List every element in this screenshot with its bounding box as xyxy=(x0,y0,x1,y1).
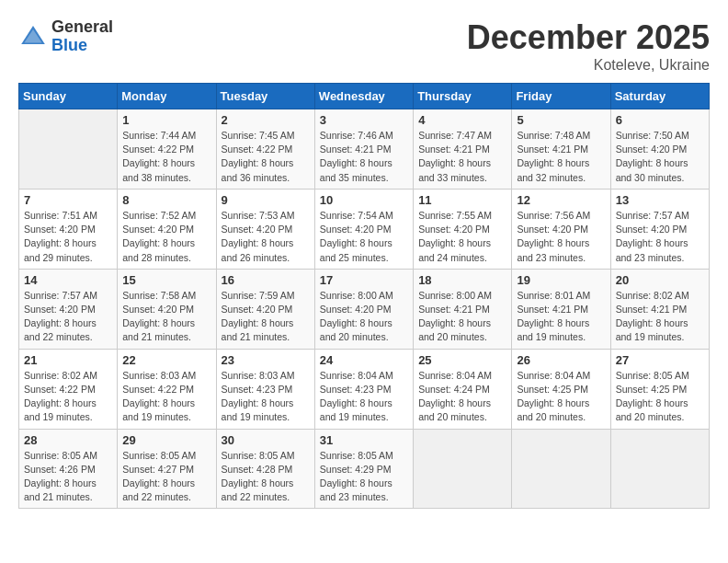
calendar-cell: 1Sunrise: 7:44 AMSunset: 4:22 PMDaylight… xyxy=(118,109,216,190)
logo: General Blue xyxy=(18,18,113,55)
calendar-cell: 5Sunrise: 7:48 AMSunset: 4:21 PMDaylight… xyxy=(512,109,610,190)
calendar-cell: 12Sunrise: 7:56 AMSunset: 4:20 PMDayligh… xyxy=(512,189,610,269)
day-info: Sunrise: 7:51 AMSunset: 4:20 PMDaylight:… xyxy=(24,209,112,265)
day-number: 23 xyxy=(222,353,310,367)
day-info: Sunrise: 8:04 AMSunset: 4:24 PMDaylight:… xyxy=(418,369,506,425)
logo-general-text: General xyxy=(51,18,113,37)
calendar-cell xyxy=(610,429,709,509)
day-number: 9 xyxy=(222,193,310,207)
calendar-header: SundayMondayTuesdayWednesdayThursdayFrid… xyxy=(19,84,710,109)
calendar-cell: 20Sunrise: 8:02 AMSunset: 4:21 PMDayligh… xyxy=(610,269,709,349)
day-info: Sunrise: 8:00 AMSunset: 4:20 PMDaylight:… xyxy=(320,289,408,345)
location-subtitle: Koteleve, Ukraine xyxy=(467,57,710,74)
calendar-cell: 13Sunrise: 7:57 AMSunset: 4:20 PMDayligh… xyxy=(610,189,709,269)
day-number: 26 xyxy=(517,353,605,367)
day-number: 15 xyxy=(122,273,210,287)
calendar-cell: 3Sunrise: 7:46 AMSunset: 4:21 PMDaylight… xyxy=(314,109,413,190)
day-info: Sunrise: 8:02 AMSunset: 4:22 PMDaylight:… xyxy=(24,369,112,425)
day-number: 21 xyxy=(24,353,112,367)
day-info: Sunrise: 7:53 AMSunset: 4:20 PMDaylight:… xyxy=(222,209,310,265)
day-info: Sunrise: 8:05 AMSunset: 4:27 PMDaylight:… xyxy=(122,449,210,505)
month-title: December 2025 xyxy=(467,18,710,57)
calendar-cell: 11Sunrise: 7:55 AMSunset: 4:20 PMDayligh… xyxy=(414,189,512,269)
day-number: 14 xyxy=(24,273,112,287)
day-number: 24 xyxy=(320,353,408,367)
day-number: 16 xyxy=(222,273,310,287)
calendar-cell xyxy=(414,429,512,509)
day-info: Sunrise: 8:03 AMSunset: 4:23 PMDaylight:… xyxy=(222,369,310,425)
calendar-cell: 14Sunrise: 7:57 AMSunset: 4:20 PMDayligh… xyxy=(19,269,118,349)
day-info: Sunrise: 7:57 AMSunset: 4:20 PMDaylight:… xyxy=(24,289,112,345)
calendar-cell: 10Sunrise: 7:54 AMSunset: 4:20 PMDayligh… xyxy=(314,189,413,269)
day-number: 28 xyxy=(24,433,112,447)
weekday-header-monday: Monday xyxy=(118,84,216,109)
day-info: Sunrise: 7:54 AMSunset: 4:20 PMDaylight:… xyxy=(320,209,408,265)
calendar-cell: 25Sunrise: 8:04 AMSunset: 4:24 PMDayligh… xyxy=(414,349,512,429)
weekday-header-wednesday: Wednesday xyxy=(314,84,413,109)
calendar-cell: 18Sunrise: 8:00 AMSunset: 4:21 PMDayligh… xyxy=(414,269,512,349)
day-number: 11 xyxy=(418,193,506,207)
calendar-cell: 22Sunrise: 8:03 AMSunset: 4:22 PMDayligh… xyxy=(118,349,216,429)
weekday-header-thursday: Thursday xyxy=(414,84,512,109)
calendar-cell: 7Sunrise: 7:51 AMSunset: 4:20 PMDaylight… xyxy=(19,189,118,269)
day-info: Sunrise: 7:45 AMSunset: 4:22 PMDaylight:… xyxy=(222,129,310,185)
calendar-cell: 28Sunrise: 8:05 AMSunset: 4:26 PMDayligh… xyxy=(19,429,118,509)
day-info: Sunrise: 7:55 AMSunset: 4:20 PMDaylight:… xyxy=(418,209,506,265)
day-info: Sunrise: 8:05 AMSunset: 4:25 PMDaylight:… xyxy=(616,369,704,425)
day-number: 20 xyxy=(616,273,704,287)
day-info: Sunrise: 8:05 AMSunset: 4:26 PMDaylight:… xyxy=(24,449,112,505)
day-info: Sunrise: 7:46 AMSunset: 4:21 PMDaylight:… xyxy=(320,129,408,185)
day-number: 13 xyxy=(616,193,704,207)
weekday-header-tuesday: Tuesday xyxy=(216,84,314,109)
day-number: 29 xyxy=(122,433,210,447)
calendar-cell: 4Sunrise: 7:47 AMSunset: 4:21 PMDaylight… xyxy=(414,109,512,190)
day-number: 6 xyxy=(616,113,704,127)
logo-icon xyxy=(18,22,48,52)
day-info: Sunrise: 7:56 AMSunset: 4:20 PMDaylight:… xyxy=(517,209,605,265)
day-info: Sunrise: 8:00 AMSunset: 4:21 PMDaylight:… xyxy=(418,289,506,345)
day-number: 17 xyxy=(320,273,408,287)
day-number: 5 xyxy=(517,113,605,127)
calendar-cell: 30Sunrise: 8:05 AMSunset: 4:28 PMDayligh… xyxy=(216,429,314,509)
day-info: Sunrise: 7:44 AMSunset: 4:22 PMDaylight:… xyxy=(122,129,210,185)
calendar-cell: 8Sunrise: 7:52 AMSunset: 4:20 PMDaylight… xyxy=(118,189,216,269)
day-number: 2 xyxy=(222,113,310,127)
day-info: Sunrise: 7:52 AMSunset: 4:20 PMDaylight:… xyxy=(122,209,210,265)
day-number: 3 xyxy=(320,113,408,127)
calendar-cell: 31Sunrise: 8:05 AMSunset: 4:29 PMDayligh… xyxy=(314,429,413,509)
calendar-cell: 17Sunrise: 8:00 AMSunset: 4:20 PMDayligh… xyxy=(314,269,413,349)
day-info: Sunrise: 8:05 AMSunset: 4:29 PMDaylight:… xyxy=(320,449,408,505)
title-block: December 2025 Koteleve, Ukraine xyxy=(467,18,710,74)
weekday-header-row: SundayMondayTuesdayWednesdayThursdayFrid… xyxy=(19,84,710,109)
day-number: 30 xyxy=(222,433,310,447)
day-info: Sunrise: 7:59 AMSunset: 4:20 PMDaylight:… xyxy=(222,289,310,345)
day-number: 12 xyxy=(517,193,605,207)
calendar-body: 1Sunrise: 7:44 AMSunset: 4:22 PMDaylight… xyxy=(19,109,710,509)
calendar-cell: 15Sunrise: 7:58 AMSunset: 4:20 PMDayligh… xyxy=(118,269,216,349)
calendar-cell: 29Sunrise: 8:05 AMSunset: 4:27 PMDayligh… xyxy=(118,429,216,509)
day-number: 19 xyxy=(517,273,605,287)
day-info: Sunrise: 8:04 AMSunset: 4:23 PMDaylight:… xyxy=(320,369,408,425)
day-info: Sunrise: 8:01 AMSunset: 4:21 PMDaylight:… xyxy=(517,289,605,345)
calendar-week-row: 14Sunrise: 7:57 AMSunset: 4:20 PMDayligh… xyxy=(19,269,710,349)
page-header: General Blue December 2025 Koteleve, Ukr… xyxy=(18,18,710,74)
calendar-cell: 2Sunrise: 7:45 AMSunset: 4:22 PMDaylight… xyxy=(216,109,314,190)
day-number: 25 xyxy=(418,353,506,367)
day-number: 10 xyxy=(320,193,408,207)
calendar-cell xyxy=(19,109,118,190)
logo-text: General Blue xyxy=(51,18,113,55)
weekday-header-sunday: Sunday xyxy=(19,84,118,109)
weekday-header-friday: Friday xyxy=(512,84,610,109)
calendar-week-row: 28Sunrise: 8:05 AMSunset: 4:26 PMDayligh… xyxy=(19,429,710,509)
day-number: 31 xyxy=(320,433,408,447)
day-number: 7 xyxy=(24,193,112,207)
calendar-cell: 9Sunrise: 7:53 AMSunset: 4:20 PMDaylight… xyxy=(216,189,314,269)
day-info: Sunrise: 7:48 AMSunset: 4:21 PMDaylight:… xyxy=(517,129,605,185)
day-info: Sunrise: 8:05 AMSunset: 4:28 PMDaylight:… xyxy=(222,449,310,505)
day-number: 8 xyxy=(122,193,210,207)
day-number: 27 xyxy=(616,353,704,367)
calendar-cell: 16Sunrise: 7:59 AMSunset: 4:20 PMDayligh… xyxy=(216,269,314,349)
calendar-cell: 27Sunrise: 8:05 AMSunset: 4:25 PMDayligh… xyxy=(610,349,709,429)
day-info: Sunrise: 7:47 AMSunset: 4:21 PMDaylight:… xyxy=(418,129,506,185)
day-number: 18 xyxy=(418,273,506,287)
